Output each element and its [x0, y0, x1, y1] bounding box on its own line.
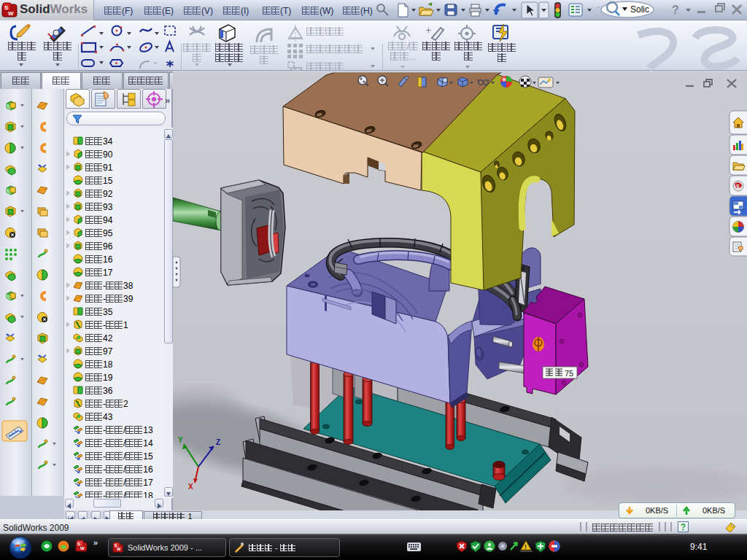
svg-text:Z: Z [216, 438, 220, 446]
svg-text:W: W [8, 10, 14, 17]
svg-text:Solic: Solic [630, 4, 649, 15]
svg-text:?: ? [672, 4, 679, 16]
svg-text:S: S [736, 184, 740, 189]
svg-text:75: 75 [565, 369, 573, 378]
svg-text:Y: Y [178, 436, 183, 444]
svg-text:+: + [425, 24, 431, 36]
svg-text:!: ! [525, 543, 527, 551]
svg-text:X: X [188, 483, 193, 491]
svg-text:W: W [80, 546, 85, 551]
